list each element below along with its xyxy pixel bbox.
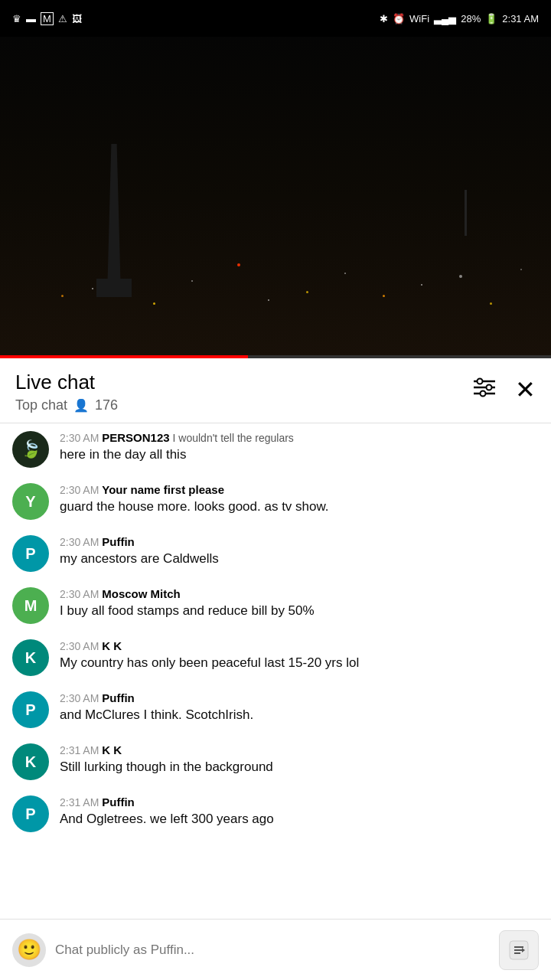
avatar: K bbox=[12, 639, 49, 676]
message-text: here in the day all this bbox=[60, 446, 539, 464]
message-content: 2:31 AM K K Still lurking though in the … bbox=[60, 743, 539, 776]
image-icon: 🖼 bbox=[72, 13, 82, 24]
list-item: K 2:31 AM K K Still lurking though in th… bbox=[0, 736, 551, 788]
message-content: 2:30 AM Moscow Mitch I buy all food stam… bbox=[60, 587, 539, 620]
message-username: Moscow Mitch bbox=[102, 587, 181, 600]
list-item: P 2:30 AM Puffin my ancestors are Caldwe… bbox=[0, 528, 551, 580]
send-button[interactable] bbox=[499, 930, 539, 970]
chat-header: Live chat Top chat 👤 176 ✕ bbox=[0, 358, 551, 423]
message-username: Your name first please bbox=[102, 483, 224, 496]
folder-icon: ▬ bbox=[26, 13, 36, 24]
warning-icon: ⚠ bbox=[58, 13, 67, 24]
message-text: and McClures I think. ScotchIrish. bbox=[60, 706, 539, 724]
message-meta: 2:30 AM PERSON123 I wouldn't tell the re… bbox=[60, 431, 539, 444]
message-content: 2:30 AM Puffin and McClures I think. Sco… bbox=[60, 691, 539, 724]
message-preview: I wouldn't tell the regulars bbox=[173, 432, 294, 444]
close-button[interactable]: ✕ bbox=[515, 375, 536, 404]
m-icon: M bbox=[41, 12, 54, 25]
svg-point-4 bbox=[487, 384, 492, 390]
filter-button[interactable] bbox=[472, 377, 497, 403]
svg-point-5 bbox=[481, 390, 486, 396]
clock: 2:31 AM bbox=[502, 13, 539, 24]
avatar: P bbox=[12, 795, 49, 832]
message-meta: 2:30 AM Puffin bbox=[60, 535, 539, 548]
message-username: Puffin bbox=[102, 535, 135, 548]
message-content: 2:30 AM Your name first please guard the… bbox=[60, 483, 539, 516]
chat-input-area: 🙂 bbox=[0, 919, 551, 980]
emoji-icon: 🙂 bbox=[17, 938, 41, 962]
chat-header-right: ✕ bbox=[472, 375, 536, 404]
message-time: 2:30 AM bbox=[60, 536, 102, 548]
message-username: K K bbox=[102, 743, 122, 756]
message-meta: 2:30 AM Puffin bbox=[60, 691, 539, 704]
message-content: 2:30 AM K K My country has only been pea… bbox=[60, 639, 539, 672]
signal-icon: ▃▄▅ bbox=[434, 13, 456, 24]
wifi-icon: WiFi bbox=[409, 13, 429, 24]
message-time: 2:31 AM bbox=[60, 744, 102, 756]
status-bar: ♛ ▬ M ⚠ 🖼 ✱ ⏰ WiFi ▃▄▅ 28% 🔋 2:31 AM bbox=[0, 0, 551, 37]
battery-percent: 28% bbox=[461, 13, 481, 24]
list-item: M 2:30 AM Moscow Mitch I buy all food st… bbox=[0, 580, 551, 632]
message-meta: 2:30 AM Moscow Mitch bbox=[60, 587, 539, 600]
message-username: K K bbox=[102, 639, 122, 652]
svg-point-3 bbox=[478, 378, 483, 384]
avatar: K bbox=[12, 743, 49, 780]
video-progress-bar[interactable] bbox=[0, 355, 551, 358]
avatar: Y bbox=[12, 483, 49, 520]
alarm-icon: ⏰ bbox=[393, 13, 405, 24]
monument-base bbox=[96, 279, 132, 297]
list-item: 🍃 2:30 AM PERSON123 I wouldn't tell the … bbox=[0, 423, 551, 475]
crown-icon: ♛ bbox=[12, 13, 21, 24]
message-text: And Ogletrees. we left 300 years ago bbox=[60, 810, 539, 828]
bluetooth-icon: ✱ bbox=[380, 13, 388, 24]
status-right: ✱ ⏰ WiFi ▃▄▅ 28% 🔋 2:31 AM bbox=[380, 13, 539, 24]
top-chat-label: Top chat bbox=[15, 397, 67, 413]
message-time: 2:31 AM bbox=[60, 796, 102, 808]
message-content: 2:30 AM Puffin my ancestors are Caldwell… bbox=[60, 535, 539, 568]
message-text: My country has only been peaceful last 1… bbox=[60, 654, 539, 672]
message-time: 2:30 AM bbox=[60, 432, 102, 444]
avatar: P bbox=[12, 691, 49, 728]
message-content: 2:30 AM PERSON123 I wouldn't tell the re… bbox=[60, 431, 539, 464]
chat-messages-area: 🍃 2:30 AM PERSON123 I wouldn't tell the … bbox=[0, 423, 551, 901]
avatar: 🍃 bbox=[12, 431, 49, 468]
chat-header-left: Live chat Top chat 👤 176 bbox=[15, 371, 118, 413]
message-username: PERSON123 bbox=[102, 431, 169, 444]
avatar: M bbox=[12, 587, 49, 624]
message-meta: 2:30 AM K K bbox=[60, 639, 539, 652]
message-time: 2:30 AM bbox=[60, 640, 102, 652]
message-text: I buy all food stamps and reduce bill by… bbox=[60, 602, 539, 620]
antenna bbox=[465, 190, 467, 236]
message-meta: 2:31 AM Puffin bbox=[60, 795, 539, 808]
message-text: Still lurking though in the background bbox=[60, 758, 539, 776]
video-player[interactable] bbox=[0, 37, 551, 358]
message-content: 2:31 AM Puffin And Ogletrees. we left 30… bbox=[60, 795, 539, 828]
viewers-icon: 👤 bbox=[73, 398, 89, 413]
battery-icon: 🔋 bbox=[485, 13, 497, 24]
message-meta: 2:31 AM K K bbox=[60, 743, 539, 756]
chat-input[interactable] bbox=[55, 933, 490, 967]
video-progress-fill bbox=[0, 355, 248, 358]
message-username: Puffin bbox=[102, 795, 135, 808]
chat-title: Live chat bbox=[15, 371, 118, 394]
list-item: P 2:30 AM Puffin and McClures I think. S… bbox=[0, 684, 551, 736]
emoji-button[interactable]: 🙂 bbox=[12, 933, 46, 967]
message-time: 2:30 AM bbox=[60, 588, 102, 600]
message-time: 2:30 AM bbox=[60, 484, 102, 496]
message-time: 2:30 AM bbox=[60, 692, 102, 704]
list-item: P 2:31 AM Puffin And Ogletrees. we left … bbox=[0, 788, 551, 840]
list-item: Y 2:30 AM Your name first please guard t… bbox=[0, 475, 551, 528]
message-text: my ancestors are Caldwells bbox=[60, 550, 539, 568]
message-meta: 2:30 AM Your name first please bbox=[60, 483, 539, 496]
status-icons-left: ♛ ▬ M ⚠ 🖼 bbox=[12, 12, 82, 25]
video-background bbox=[0, 37, 551, 358]
message-text: guard the house more. looks good. as tv … bbox=[60, 498, 539, 516]
list-item: K 2:30 AM K K My country has only been p… bbox=[0, 632, 551, 684]
viewers-count: 176 bbox=[95, 397, 118, 413]
chat-subtitle: Top chat 👤 176 bbox=[15, 397, 118, 413]
avatar: P bbox=[12, 535, 49, 572]
message-username: Puffin bbox=[102, 691, 135, 704]
